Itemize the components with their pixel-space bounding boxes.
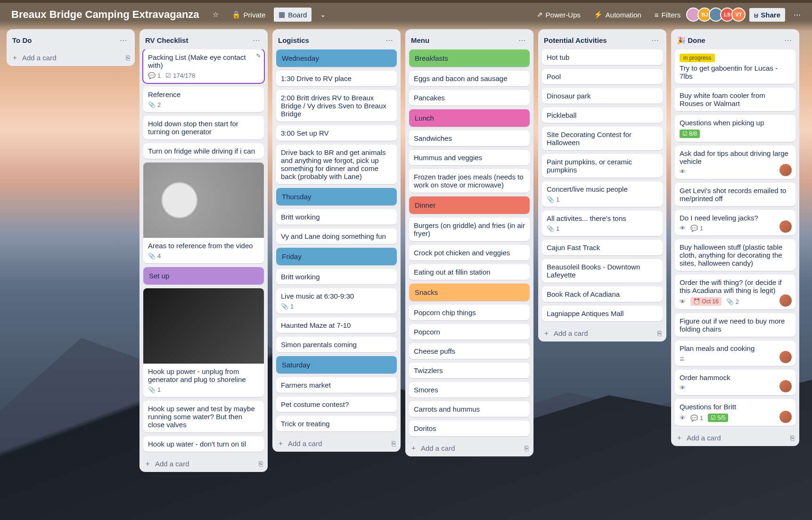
list-menu-button[interactable]: ⋯ bbox=[649, 34, 661, 47]
card[interactable]: Questions when picking up☑ 8/8 bbox=[675, 115, 796, 142]
card[interactable]: Crock pot chicken and veggies bbox=[409, 245, 530, 260]
card[interactable]: Areas to reference from the video📎4 bbox=[143, 162, 264, 263]
card[interactable]: All activites... there's tons📎1 bbox=[542, 211, 663, 236]
list-title[interactable]: 🎉 Done bbox=[677, 36, 782, 45]
list-title[interactable]: To Do bbox=[12, 36, 118, 44]
card[interactable]: Lagniappe Antiques Mall bbox=[542, 306, 663, 321]
card[interactable]: Thursday bbox=[276, 188, 397, 205]
card[interactable]: Hook up power - unplug from generator an… bbox=[143, 288, 264, 397]
card[interactable]: Hummus and veggies bbox=[409, 150, 530, 165]
card[interactable]: Britt working bbox=[276, 209, 397, 225]
card[interactable]: Breakfasts bbox=[409, 49, 530, 67]
card[interactable]: Frozen trader joes meals (needs to work … bbox=[409, 169, 530, 193]
card[interactable]: Smores bbox=[409, 382, 530, 398]
card[interactable]: Eating out at fillin station bbox=[409, 264, 530, 280]
add-card-button[interactable]: ＋ Add a card ⎘ bbox=[405, 440, 533, 456]
add-card-button[interactable]: ＋ Add a card ⎘ bbox=[671, 430, 799, 446]
card[interactable]: Snacks bbox=[409, 284, 530, 301]
card[interactable]: ✎Packing List (Make eye contact with)💬1☑… bbox=[143, 49, 264, 83]
card[interactable]: Dinner bbox=[409, 196, 530, 214]
list-menu-button[interactable]: ⋯ bbox=[118, 34, 129, 47]
card[interactable]: Trick or treating bbox=[276, 416, 397, 431]
card[interactable]: Cajun Fast Track bbox=[542, 240, 663, 255]
card-template-button[interactable]: ⎘ bbox=[392, 439, 396, 447]
card-member-avatar[interactable] bbox=[779, 380, 792, 392]
list-title[interactable]: Logistics bbox=[278, 36, 384, 44]
card[interactable]: Twizzlers bbox=[409, 363, 530, 378]
pencil-icon[interactable]: ✎ bbox=[256, 52, 261, 59]
card[interactable]: Farmers market bbox=[276, 377, 397, 393]
list-menu-button[interactable]: ⋯ bbox=[384, 34, 395, 47]
list-title[interactable]: Potential Activities bbox=[544, 36, 649, 44]
card[interactable]: Reference📎2 bbox=[143, 87, 264, 112]
card[interactable]: Order the wifi thing? (or decide if this… bbox=[675, 275, 796, 309]
card[interactable]: Concert/live music people📎1 bbox=[542, 181, 663, 207]
list-title[interactable]: RV Checklist bbox=[145, 36, 251, 44]
member-avatar[interactable]: VT bbox=[731, 8, 746, 22]
card[interactable]: 2:00 Britt drives RV to Breaux Bridge / … bbox=[276, 90, 397, 122]
card[interactable]: Burgers (on griddle) and fries (in air f… bbox=[409, 218, 530, 241]
card[interactable]: Pool bbox=[542, 69, 663, 84]
star-button[interactable]: ☆ bbox=[208, 8, 223, 22]
add-card-button[interactable]: ＋ Add a card ⎘ bbox=[538, 325, 666, 341]
card[interactable]: Sandwiches bbox=[409, 130, 530, 146]
share-button[interactable]: ⩁ Share bbox=[749, 8, 785, 22]
card[interactable]: Britt working bbox=[276, 269, 397, 284]
card[interactable]: Wednesday bbox=[276, 49, 397, 67]
card[interactable]: Hold down stop then start for turning on… bbox=[143, 116, 264, 139]
card[interactable]: Get Levi's shot records emailed to me/pr… bbox=[675, 183, 796, 206]
list-menu-button[interactable]: ⋯ bbox=[517, 34, 528, 47]
card[interactable]: Hook up sewer and test by maybe running … bbox=[143, 401, 264, 432]
add-card-button[interactable]: ＋ Add a card ⎘ bbox=[272, 435, 401, 452]
card[interactable]: Plan meals and cooking bbox=[675, 341, 796, 366]
card[interactable]: Pickleball bbox=[542, 107, 663, 123]
card[interactable]: Drive back to BR and get animals and any… bbox=[276, 145, 397, 184]
card[interactable]: Book Rack of Acadiana bbox=[542, 286, 663, 302]
card-template-button[interactable]: ⎘ bbox=[657, 329, 662, 337]
card-member-avatar[interactable] bbox=[779, 351, 792, 363]
board-title[interactable]: Breaux Bridge Camping Extravaganza bbox=[7, 7, 204, 23]
card[interactable]: 1:30 Drive to RV place bbox=[276, 71, 397, 86]
card[interactable]: Friday bbox=[276, 248, 397, 265]
card[interactable]: Site Decorating Contest for Halloween bbox=[542, 127, 663, 150]
card-template-button[interactable]: ⎘ bbox=[525, 444, 529, 452]
card[interactable]: Figure out if we need to buy more foldin… bbox=[675, 313, 796, 337]
card[interactable]: Hook up water - don't turn on til bbox=[143, 436, 264, 452]
card[interactable]: Paint pumpkins, or ceramic pumpkins bbox=[542, 154, 663, 178]
add-card-button[interactable]: ＋ Add a card ⎘ bbox=[139, 455, 268, 472]
card[interactable]: Cheese puffs bbox=[409, 343, 530, 359]
card[interactable]: Pet costume contest? bbox=[276, 397, 397, 412]
filters-button[interactable]: ≡ Filters bbox=[650, 8, 686, 22]
card[interactable]: Doritos bbox=[409, 421, 530, 436]
card[interactable]: Carrots and hummus bbox=[409, 401, 530, 417]
card[interactable]: 3:00 Set up RV bbox=[276, 125, 397, 141]
card[interactable]: Turn on fridge while driving if i can bbox=[143, 143, 264, 159]
board-menu-button[interactable]: ⋯ bbox=[789, 8, 805, 22]
card-template-button[interactable]: ⎘ bbox=[126, 54, 130, 62]
card-member-avatar[interactable] bbox=[779, 164, 792, 176]
list-menu-button[interactable]: ⋯ bbox=[782, 34, 794, 47]
list-title[interactable]: Menu bbox=[411, 36, 517, 44]
view-switcher[interactable]: ▦ Board bbox=[274, 8, 312, 22]
card[interactable]: Do I need leveling jacks?👁💬1 bbox=[675, 210, 796, 236]
card[interactable]: Popcorn bbox=[409, 324, 530, 340]
card[interactable]: Questions for Britt👁💬1☑ 5/5 bbox=[675, 399, 796, 426]
card-member-avatar[interactable] bbox=[779, 411, 792, 423]
card-member-avatar[interactable] bbox=[779, 220, 792, 233]
card[interactable]: Buy halloween stuff (plastic table cloth… bbox=[675, 239, 796, 271]
member-avatars[interactable]: BJLSVT bbox=[689, 8, 746, 22]
card[interactable]: in progressTry to get gaboentin for Luca… bbox=[675, 49, 796, 84]
card-member-avatar[interactable] bbox=[779, 294, 792, 307]
card[interactable]: Popcorn chip things bbox=[409, 305, 530, 320]
add-card-button[interactable]: ＋ Add a card ⎘ bbox=[7, 49, 135, 66]
automation-button[interactable]: ⚡ Automation bbox=[589, 8, 646, 22]
card[interactable]: Buy white foam cooler from Rouses or Wal… bbox=[675, 88, 796, 111]
card[interactable]: Lunch bbox=[409, 109, 530, 127]
card-template-button[interactable]: ⎘ bbox=[259, 460, 263, 468]
card-template-button[interactable]: ⎘ bbox=[790, 434, 795, 442]
card[interactable]: Ask dad for tips about driving large veh… bbox=[675, 146, 796, 179]
view-chevron[interactable]: ⌄ bbox=[315, 8, 331, 22]
card[interactable]: Live music at 6:30-9:30📎1 bbox=[276, 288, 397, 314]
card[interactable]: Pancakes bbox=[409, 90, 530, 106]
card[interactable]: Hot tub bbox=[542, 49, 663, 65]
